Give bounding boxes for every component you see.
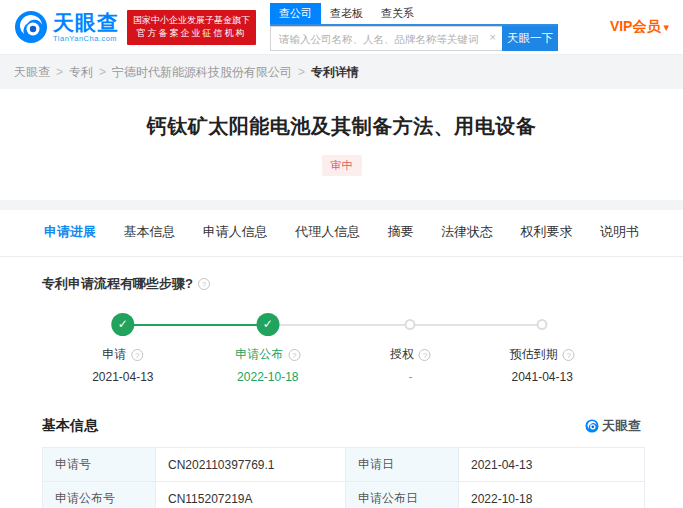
help-icon[interactable]	[198, 278, 210, 290]
help-icon[interactable]	[131, 349, 143, 361]
status-badge: 审中	[322, 155, 362, 176]
patent-detail-card: 申请进展 基本信息 申请人信息 代理人信息 摘要 法律状态 权利要求 说明书 专…	[0, 210, 683, 508]
field-value: CN202110397769.1	[156, 448, 346, 482]
search-tab-relation[interactable]: 查关系	[372, 3, 423, 24]
step-application: 申请 2021-04-13	[92, 313, 153, 384]
tab-application-progress[interactable]: 申请进展	[42, 210, 98, 256]
header-search: 查公司 查老板 查关系 × 天眼一下	[270, 3, 558, 51]
detail-tabbar: 申请进展 基本信息 申请人信息 代理人信息 摘要 法律状态 权利要求 说明书	[0, 210, 683, 257]
patent-title: 钙钛矿太阳能电池及其制备方法、用电设备	[0, 113, 683, 140]
tab-agent-info[interactable]: 代理人信息	[293, 210, 362, 256]
help-icon[interactable]	[288, 349, 300, 361]
step-date: -	[390, 370, 431, 384]
field-label: 申请日	[346, 448, 459, 482]
top-header: 天眼查 TianYanCha.com 国家中小企业发展子基金旗下 官方备案企业征…	[0, 0, 683, 55]
check-icon	[256, 313, 279, 336]
help-icon[interactable]	[419, 349, 431, 361]
breadcrumb-separator: >	[298, 65, 305, 79]
tianyancha-watermark: 天眼查	[585, 417, 641, 435]
search-button[interactable]: 天眼一下	[502, 26, 558, 51]
step-grant: 授权 -	[390, 313, 431, 384]
pending-circle-icon	[405, 319, 416, 330]
step-date: 2022-10-18	[235, 370, 300, 384]
field-value: CN115207219A	[156, 482, 346, 508]
gov-certification-badge: 国家中小企业发展子基金旗下 官方备案企业征信机构	[127, 10, 256, 45]
tab-legal-status[interactable]: 法律状态	[439, 210, 495, 256]
tianyancha-logo[interactable]: 天眼查 TianYanCha.com	[14, 10, 119, 44]
basic-info-table: 申请号 CN202110397769.1 申请日 2021-04-13 申请公布…	[42, 447, 645, 508]
breadcrumb-patent-detail: 专利详情	[311, 64, 359, 81]
breadcrumb-patent[interactable]: 专利	[69, 64, 93, 81]
breadcrumb-separator: >	[56, 65, 63, 79]
logo-domain-text: TianYanCha.com	[53, 35, 119, 43]
patent-title-card: 钙钛矿太阳能电池及其制备方法、用电设备 审中	[0, 89, 683, 200]
step-date: 2021-04-13	[92, 370, 153, 384]
logo-brand-text: 天眼查	[53, 12, 119, 33]
step-date: 2041-04-13	[510, 370, 575, 384]
help-icon[interactable]	[563, 349, 575, 361]
gov-badge-line2: 官方备案企业征信机构	[133, 27, 250, 41]
field-value: 2021-04-13	[459, 448, 645, 482]
search-input[interactable]	[270, 26, 502, 51]
vip-member-menu[interactable]: VIP会员	[610, 18, 669, 36]
breadcrumb: 天眼查 > 专利 > 宁德时代新能源科技股份有限公司 > 专利详情	[0, 55, 683, 89]
pending-circle-icon	[537, 319, 548, 330]
tab-specification[interactable]: 说明书	[598, 210, 641, 256]
field-label: 申请号	[43, 448, 156, 482]
clear-search-icon[interactable]: ×	[490, 31, 496, 43]
table-row: 申请号 CN202110397769.1 申请日 2021-04-13	[43, 448, 645, 482]
field-label: 申请公布日	[346, 482, 459, 508]
tianyancha-eye-icon	[585, 419, 599, 433]
tianyancha-eye-icon	[14, 10, 48, 44]
search-tabs: 查公司 查老板 查关系	[270, 3, 558, 26]
check-icon	[111, 313, 134, 336]
tab-abstract[interactable]: 摘要	[386, 210, 416, 256]
breadcrumb-company[interactable]: 宁德时代新能源科技股份有限公司	[112, 64, 292, 81]
search-tab-company[interactable]: 查公司	[270, 3, 321, 24]
field-value: 2022-10-18	[459, 482, 645, 508]
tab-claims[interactable]: 权利要求	[519, 210, 575, 256]
step-publication: 申请公布 2022-10-18	[235, 313, 300, 384]
breadcrumb-separator: >	[99, 65, 106, 79]
process-section-heading: 专利申请流程有哪些步骤?	[0, 257, 683, 293]
search-tab-boss[interactable]: 查老板	[321, 3, 372, 24]
patent-progress-stepper: 申请 2021-04-13 申请公布 2022-10-18 授权 - 预估到期 …	[42, 313, 641, 391]
gov-badge-line1: 国家中小企业发展子基金旗下	[133, 14, 250, 28]
tab-basic-info[interactable]: 基本信息	[121, 210, 177, 256]
basic-info-heading: 基本信息	[42, 417, 98, 435]
field-label: 申请公布号	[43, 482, 156, 508]
table-row: 申请公布号 CN115207219A 申请公布日 2022-10-18	[43, 482, 645, 508]
step-estimated-expiry: 预估到期 2041-04-13	[510, 313, 575, 384]
breadcrumb-home[interactable]: 天眼查	[14, 64, 50, 81]
tab-applicant-info[interactable]: 申请人信息	[201, 210, 270, 256]
